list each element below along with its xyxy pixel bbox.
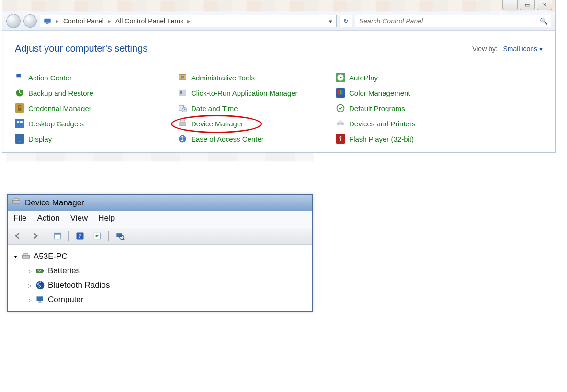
item-autoplay[interactable]: AutoPlay [336,73,489,82]
credential-icon [15,103,24,113]
breadcrumb-dropdown[interactable]: ▾ [327,18,334,25]
view-by-dropdown[interactable]: Small icons ▾ [503,45,543,53]
toolbar-properties-button[interactable] [51,230,64,242]
svg-rect-34 [54,233,60,234]
item-default-programs[interactable]: Default Programs [336,103,489,113]
maximize-button[interactable]: ▭ [520,0,535,10]
svg-rect-27 [19,141,21,142]
search-box[interactable]: 🔍 [355,15,551,27]
item-display[interactable]: Display [15,134,178,144]
item-backup-and-restore[interactable]: Backup and Restore [15,88,178,98]
item-date-and-time[interactable]: Date and Time [178,103,336,113]
toolbar-back-button[interactable] [11,230,24,242]
item-color-management[interactable]: Color Management [336,88,489,98]
menu-action[interactable]: Action [37,213,59,223]
svg-rect-44 [37,269,43,273]
menu-file[interactable]: File [13,213,26,223]
svg-rect-39 [116,233,122,237]
item-label: Date and Time [191,104,238,112]
svg-rect-8 [180,91,182,94]
device-manager-window: Device Manager File Action View Help ? [7,194,313,312]
item-label: Ease of Access Center [191,135,264,143]
expand-icon[interactable]: ▷ [27,269,33,274]
menu-help[interactable]: Help [98,213,115,223]
device-manager-titlebar-icon [11,197,21,209]
tree-node-batteries[interactable]: ▷ Batteries [12,264,307,278]
close-button[interactable]: ✕ [537,0,552,10]
tree-node-label: Bluetooth Radios [48,280,110,290]
breadcrumb[interactable]: ▶ Control Panel ▶ All Control Panel Item… [40,15,337,27]
dm-menubar: File Action View Help [8,211,312,228]
svg-rect-22 [181,120,184,122]
refresh-button[interactable]: ↻ [340,15,352,27]
item-administrative-tools[interactable]: Administrative Tools [178,73,336,82]
toolbar-scan-button[interactable] [113,230,126,242]
item-label: Default Programs [349,104,405,112]
toolbar-show-hidden-button[interactable] [91,230,103,242]
nav-bar: ▶ Control Panel ▶ All Control Panel Item… [2,12,555,31]
item-label: Administrative Tools [191,74,255,82]
search-input[interactable] [358,17,540,25]
search-icon: 🔍 [540,17,548,25]
gadgets-icon [15,119,24,128]
svg-rect-42 [23,256,30,259]
item-credential-manager[interactable]: Credential Manager [15,103,178,113]
svg-rect-25 [339,125,342,126]
display-icon [15,134,24,144]
tree-root-label: A53E-PC [34,252,68,261]
item-label: Color Management [349,89,410,97]
item-click-to-run[interactable]: Click-to-Run Application Manager [178,88,336,98]
backup-icon [15,88,24,98]
item-action-center[interactable]: Action Center [15,73,178,82]
tree-node-label: Batteries [48,266,80,276]
click-to-run-icon [178,88,187,98]
color-mgmt-icon [336,88,345,98]
svg-rect-21 [179,122,186,125]
svg-rect-47 [37,296,43,301]
devices-printers-icon [336,119,345,128]
item-devices-and-printers[interactable]: Devices and Printers [336,119,489,128]
collapse-icon[interactable]: ▾ [12,254,18,259]
toolbar-help-button[interactable]: ? [74,230,86,242]
obscured-menubar [2,0,555,12]
date-time-icon [178,103,187,113]
tree-node-bluetooth[interactable]: ▷ Bluetooth Radios [12,278,307,292]
minimize-button[interactable]: — [502,0,518,10]
autoplay-icon [336,73,345,82]
svg-rect-24 [339,120,342,122]
device-manager-icon [178,119,187,128]
svg-rect-1 [46,23,49,24]
item-label: Credential Manager [28,104,91,112]
toolbar-separator [108,231,109,241]
view-by: View by: Small icons ▾ [472,45,543,53]
svg-rect-20 [20,121,23,123]
expand-icon[interactable]: ▷ [27,283,33,288]
svg-point-17 [337,105,344,112]
view-by-label: View by: [472,45,498,53]
nav-forward-button[interactable] [23,14,37,28]
item-desktop-gadgets[interactable]: Desktop Gadgets [15,119,178,128]
menu-view[interactable]: View [70,213,88,223]
svg-rect-49 [38,302,42,303]
nav-back-button[interactable] [6,14,21,28]
battery-icon [35,266,45,276]
item-device-manager[interactable]: Device Manager [178,119,336,128]
svg-point-29 [181,136,183,137]
computer-root-icon [21,252,31,261]
breadcrumb-root[interactable]: Control Panel [62,17,105,25]
item-flash-player[interactable]: Flash Player (32-bit) [336,134,489,144]
tree-root[interactable]: ▾ A53E-PC [12,249,307,264]
svg-rect-19 [17,121,19,123]
item-label: Click-to-Run Application Manager [191,89,298,97]
expand-icon[interactable]: ▷ [27,297,33,302]
flash-player-icon [336,134,345,144]
control-panel-window: — ▭ ✕ ▶ Control Panel ▶ All Control Pane… [2,0,556,153]
toolbar-forward-button[interactable] [29,230,41,242]
item-ease-of-access[interactable]: Ease of Access Center [178,134,336,144]
ease-of-access-icon [178,134,187,144]
item-label: Desktop Gadgets [28,120,84,128]
item-label: Display [28,135,52,143]
breadcrumb-level2[interactable]: All Control Panel Items [114,17,184,25]
tree-node-computer[interactable]: ▷ Computer [12,292,307,307]
device-tree: ▾ A53E-PC ▷ Batteries ▷ Bluetooth Radios… [8,244,312,311]
